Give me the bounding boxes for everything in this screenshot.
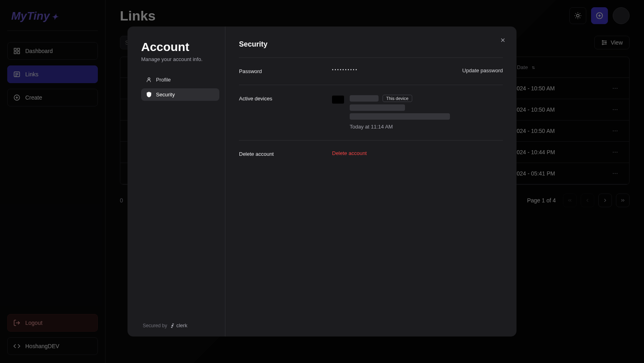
redacted-device-name [350,95,379,102]
clerk-logo[interactable]: clerk [170,322,187,328]
device-thumbnail-icon [332,96,344,104]
redacted-device-meta [350,104,405,111]
svg-point-30 [148,78,150,80]
password-value: •••••••••• [332,67,358,72]
delete-account-row: Delete account Delete account [239,150,503,157]
device-timestamp: Today at 11:14 AM [350,124,450,130]
delete-account-label: Delete account [239,150,332,157]
clerk-text: clerk [176,322,187,328]
modal-title: Account [141,40,219,54]
delete-account-button[interactable]: Delete account [332,150,367,156]
secured-by-text: Secured by [143,323,167,328]
password-label: Password [239,67,332,74]
devices-label: Active devices [239,95,332,102]
modal-nav-label: Profile [156,77,171,83]
modal-overlay[interactable]: Account Manage your account info. Profil… [0,0,644,363]
shield-icon [146,92,152,98]
redacted-device-meta [350,113,450,120]
secured-by-badge: Secured by clerk [141,322,219,328]
svg-point-31 [171,324,173,326]
password-row: Password •••••••••• Update password [239,67,503,74]
modal-nav-label: Security [156,92,175,98]
user-icon [146,77,152,83]
update-password-button[interactable]: Update password [462,67,503,73]
modal-nav-profile[interactable]: Profile [141,73,219,86]
modal-main: Security Password •••••••••• Update pass… [225,27,516,336]
account-modal: Account Manage your account info. Profil… [128,27,516,336]
devices-row: Active devices This device Today at 11:1… [239,95,503,130]
section-title: Security [239,40,503,49]
close-icon [500,37,506,43]
modal-sidebar: Account Manage your account info. Profil… [128,27,225,336]
modal-nav-security[interactable]: Security [141,88,219,101]
modal-subtitle: Manage your account info. [141,56,219,62]
this-device-badge: This device [383,95,412,102]
close-button[interactable] [497,35,508,46]
